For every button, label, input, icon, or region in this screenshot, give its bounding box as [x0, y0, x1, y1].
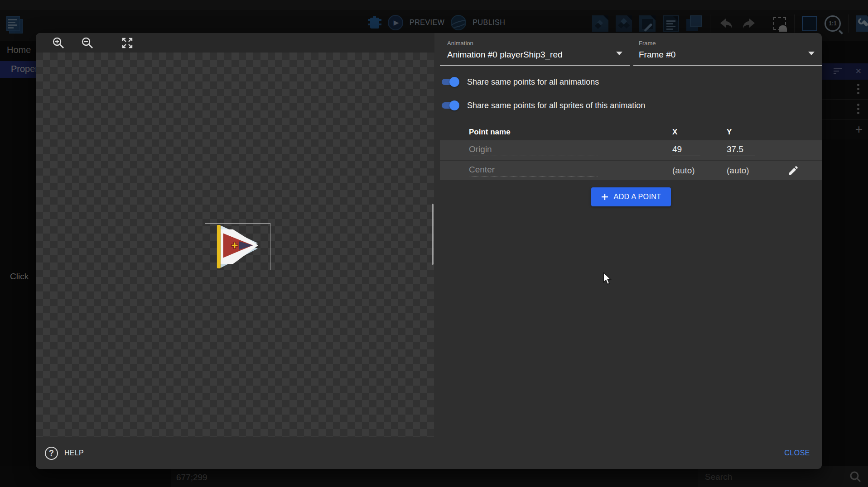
app-window: ▶ PREVIEW PUBLISH: [0, 0, 868, 487]
animation-select[interactable]: Animation Animation #0 playerShip3_red: [440, 36, 630, 66]
edit-pencil-icon[interactable]: [787, 165, 799, 177]
dialog-footer: ? HELP CLOSE: [36, 437, 822, 469]
column-x: X: [672, 128, 727, 137]
add-a-point-button[interactable]: ADD A POINT: [591, 187, 671, 206]
point-name-field[interactable]: Origin: [469, 144, 598, 156]
chevron-down-icon: [616, 52, 622, 55]
zoom-out-button[interactable]: [80, 35, 95, 51]
table-row-origin: Origin 49 37.5: [440, 140, 822, 160]
zoom-out-icon: [81, 37, 94, 49]
table-row-center: Center (auto) (auto): [440, 160, 822, 180]
zoom-in-icon: [52, 37, 65, 49]
share-points-all-sprites-toggle[interactable]: [442, 102, 458, 109]
zoom-in-button[interactable]: [51, 35, 66, 51]
animation-select-label: Animation: [447, 40, 630, 47]
edit-points-dialog: Animation Animation #0 playerShip3_red F…: [36, 33, 822, 469]
plus-icon: [601, 193, 609, 201]
point-name-field[interactable]: Center: [469, 165, 598, 177]
point-x-auto: (auto): [672, 166, 727, 176]
points-panel: Animation Animation #0 playerShip3_red F…: [434, 33, 822, 437]
canvas-scrollbar[interactable]: [432, 204, 434, 265]
player-ship-sprite: [205, 224, 270, 270]
canvas-toolbar: [36, 33, 434, 53]
column-point-name: Point name: [440, 128, 672, 137]
point-y-field[interactable]: 37.5: [727, 144, 755, 156]
frame-select[interactable]: Frame Frame #0: [633, 36, 822, 66]
mouse-cursor: [603, 272, 613, 285]
frame-select-value: Frame #0: [639, 50, 822, 60]
sprite-selection-rect: [205, 223, 270, 270]
point-x-field[interactable]: 49: [672, 144, 700, 156]
help-button[interactable]: ? HELP: [45, 447, 84, 460]
share-points-all-animations-label: Share same points for all animations: [467, 77, 599, 87]
fit-to-view-button[interactable]: [120, 35, 135, 51]
expand-icon: [121, 37, 134, 49]
points-preview-canvas[interactable]: [36, 53, 434, 437]
share-points-all-sprites-label: Share same points for all sprites of thi…: [467, 101, 645, 110]
point-y-auto: (auto): [727, 166, 781, 176]
animation-select-value: Animation #0 playerShip3_red: [447, 50, 630, 60]
close-button[interactable]: CLOSE: [784, 449, 810, 457]
points-table: Point name X Y Origin 49 37.5 Center (au…: [440, 124, 822, 180]
frame-select-label: Frame: [639, 40, 822, 47]
column-y: Y: [727, 128, 781, 137]
chevron-down-icon: [808, 52, 815, 55]
share-points-all-animations-toggle[interactable]: [442, 78, 458, 86]
help-question-icon: ?: [45, 447, 58, 460]
